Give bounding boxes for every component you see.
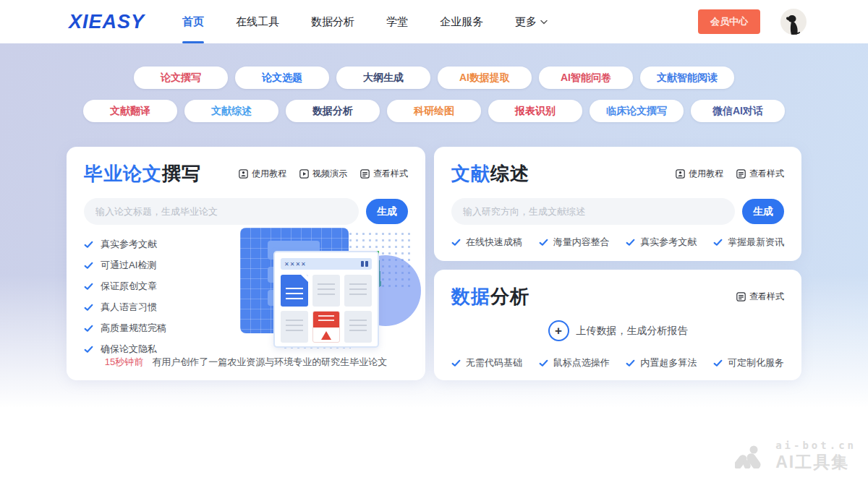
pill-data-analysis[interactable]: 数据分析: [286, 100, 380, 122]
review-card-header: 文献综述 使用教程 查看样式: [451, 161, 784, 187]
thesis-generate-button[interactable]: 生成: [366, 199, 408, 224]
quick-tools-row-1: 论文撰写 论文选题 大纲生成 AI数据提取 AI智能问卷 文献智能阅读: [0, 43, 868, 89]
check-icon: [84, 240, 93, 249]
pill-outline-generation[interactable]: 大纲生成: [336, 67, 430, 89]
watermark-url: ai-bot.cn: [775, 440, 856, 451]
ai-bot-logo-icon: [735, 445, 768, 468]
analysis-card-links: 查看样式: [736, 291, 784, 303]
feature-item: 无需代码基础: [451, 356, 522, 369]
ticker-time: 15秒钟前: [105, 356, 143, 367]
check-icon: [451, 238, 461, 247]
pill-topic-selection[interactable]: 论文选题: [235, 67, 329, 89]
review-topic-input[interactable]: [451, 198, 735, 225]
thesis-card-header: 毕业论文撰写 使用教程 视频演示 查看样式: [84, 161, 408, 187]
tutorial-link[interactable]: 使用教程: [676, 168, 723, 180]
feature-item: 在线快速成稿: [451, 236, 522, 249]
view-sample-link[interactable]: 查看样式: [360, 168, 408, 180]
feature-item: 可通过AI检测: [84, 259, 229, 272]
nav-item-academy[interactable]: 学堂: [370, 0, 424, 43]
activity-ticker: 15秒钟前有用户创作了一篇农业资源与环境专业的研究生毕业论文: [67, 356, 425, 369]
analysis-card-title: 数据分析: [451, 284, 529, 309]
video-demo-link[interactable]: 视频演示: [299, 168, 347, 180]
gray-doc-tile: [344, 275, 372, 307]
gray-doc-tile: [344, 311, 372, 343]
check-icon: [84, 303, 93, 312]
document-tiles: [281, 275, 372, 343]
review-card-links: 使用教程 查看样式: [676, 168, 784, 180]
thesis-writing-card: 毕业论文撰写 使用教程 视频演示 查看样式: [67, 147, 425, 380]
feature-item: 海量内容整合: [539, 236, 610, 249]
document-icon: [360, 169, 370, 179]
check-icon: [84, 345, 93, 354]
thesis-card-links: 使用教程 视频演示 查看样式: [239, 168, 408, 180]
nav-item-home[interactable]: 首页: [166, 0, 220, 43]
pill-literature-review[interactable]: 文献综述: [184, 100, 278, 122]
pill-smart-literature-reading[interactable]: 文献智能阅读: [640, 67, 734, 89]
thesis-feature-list: 真实参考文献 可通过AI检测 保证原创文章 真人语言习惯 高质量规范完稿 确保论…: [84, 238, 229, 356]
review-generate-button[interactable]: 生成: [742, 199, 784, 224]
pill-ai-data-extraction[interactable]: AI数据提取: [438, 67, 532, 89]
document-icon: [736, 169, 746, 179]
book-icon: [239, 169, 248, 179]
view-sample-link[interactable]: 查看样式: [736, 168, 784, 180]
thesis-input-row: 生成: [84, 198, 408, 225]
feature-item: 真实参考文献: [626, 236, 697, 249]
check-icon: [84, 282, 93, 291]
feature-item: 鼠标点选操作: [539, 356, 610, 369]
gray-doc-tile: [312, 275, 340, 307]
quick-tools-row-2: 文献翻译 文献综述 数据分析 科研绘图 报表识别 临床论文撰写 微信AI对话: [0, 100, 868, 122]
feature-cards: 毕业论文撰写 使用教程 视频演示 查看样式: [67, 147, 801, 380]
watermark-name: AI工具集: [775, 451, 856, 474]
play-icon: [299, 169, 309, 179]
book-icon: [676, 169, 685, 179]
check-icon: [626, 359, 635, 368]
check-icon: [539, 238, 548, 247]
top-navbar: XIEASY 首页 在线工具 数据分析 学堂 企业服务 更多 会员中心: [0, 0, 868, 43]
feature-item: 真人语言习惯: [84, 301, 229, 314]
pill-research-drawing[interactable]: 科研绘图: [387, 100, 481, 122]
pill-wechat-ai-chat[interactable]: 微信AI对话: [691, 100, 785, 122]
user-avatar[interactable]: [780, 9, 807, 35]
document-icon: [736, 292, 746, 301]
check-icon: [451, 359, 461, 368]
upload-plus-icon[interactable]: +: [548, 320, 569, 341]
pill-report-recognition[interactable]: 报表识别: [488, 100, 582, 122]
data-analysis-card: 数据分析 查看样式 + 上传数据，生成分析报告 无需代码基础 鼠标点选操: [434, 270, 801, 380]
pill-paper-writing[interactable]: 论文撰写: [134, 67, 228, 89]
right-cards-column: 文献综述 使用教程 查看样式 生成: [434, 147, 801, 380]
feature-item: 保证原创文章: [84, 280, 229, 293]
feature-item: 真实参考文献: [84, 238, 229, 251]
nav-item-online-tools[interactable]: 在线工具: [220, 0, 295, 43]
check-icon: [539, 359, 548, 368]
upload-text: 上传数据，生成分析报告: [576, 325, 688, 338]
board-search-bar: ✕✕✕✕: [281, 258, 372, 270]
literature-review-card: 文献综述 使用教程 查看样式 生成: [434, 147, 801, 261]
thesis-title-input[interactable]: [84, 198, 359, 225]
check-icon: [626, 238, 635, 247]
check-icon: [84, 324, 93, 333]
thesis-illustration: ✕✕✕✕: [240, 225, 414, 349]
site-logo[interactable]: XIEASY: [69, 11, 145, 33]
tutorial-link[interactable]: 使用教程: [239, 168, 286, 180]
nav-item-enterprise[interactable]: 企业服务: [424, 0, 499, 43]
check-icon: [84, 261, 93, 270]
upload-row: + 上传数据，生成分析报告: [451, 320, 784, 341]
analysis-feature-row: 无需代码基础 鼠标点选操作 内置超多算法 可定制化服务: [451, 356, 784, 369]
review-input-row: 生成: [451, 198, 784, 225]
main-nav: 首页 在线工具 数据分析 学堂 企业服务 更多: [166, 0, 563, 43]
member-center-button[interactable]: 会员中心: [698, 9, 760, 34]
view-sample-link[interactable]: 查看样式: [736, 291, 784, 303]
pdf-tile: [312, 311, 340, 343]
feature-item: 掌握最新资讯: [713, 236, 784, 249]
pill-ai-questionnaire[interactable]: AI智能问卷: [539, 67, 633, 89]
document-board: ✕✕✕✕: [273, 251, 379, 348]
pill-clinical-paper-writing[interactable]: 临床论文撰写: [590, 100, 684, 122]
chevron-down-icon: [540, 20, 548, 25]
pill-literature-translation[interactable]: 文献翻译: [83, 100, 177, 122]
feature-item: 高质量规范完稿: [84, 322, 229, 335]
thesis-card-title: 毕业论文撰写: [84, 161, 201, 187]
nav-item-more[interactable]: 更多: [499, 0, 563, 43]
nav-item-data-analysis[interactable]: 数据分析: [295, 0, 370, 43]
review-card-title: 文献综述: [451, 161, 529, 187]
feature-item: 内置超多算法: [626, 356, 697, 369]
